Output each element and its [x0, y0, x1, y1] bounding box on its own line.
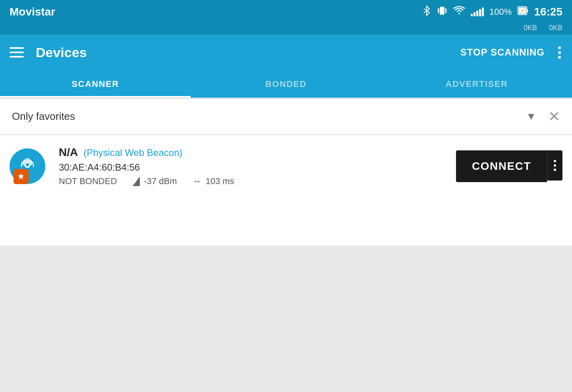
- tab-scanner[interactable]: SCANNER: [0, 70, 191, 98]
- interval-value: 103 ms: [205, 176, 234, 186]
- hamburger-menu-icon[interactable]: [10, 47, 24, 58]
- rssi-value: -37 dBm: [144, 176, 177, 186]
- svg-rect-4: [527, 9, 528, 12]
- battery-percentage: 100%: [489, 7, 512, 17]
- svg-rect-1: [438, 8, 439, 13]
- svg-rect-0: [440, 7, 444, 15]
- filter-controls: ▼ ✕: [526, 110, 560, 124]
- device-name-row: N/A (Physical Web Beacon): [59, 146, 446, 159]
- overflow-menu-icon[interactable]: [557, 45, 562, 60]
- svg-text:⚡: ⚡: [520, 8, 525, 13]
- device-info: N/A (Physical Web Beacon) 30:AE:A4:60:B4…: [59, 146, 446, 186]
- device-mac: 30:AE:A4:60:B4:56: [59, 162, 446, 173]
- connect-button-wrap: CONNECT: [456, 150, 562, 182]
- download-speed: 0KB: [549, 24, 562, 32]
- filter-close-icon[interactable]: ✕: [548, 110, 560, 124]
- filter-label: Only favorites: [12, 110, 75, 123]
- device-icon-wrap: ★: [10, 148, 49, 184]
- upload-speed: 0KB: [524, 24, 537, 32]
- page-title: Devices: [36, 45, 87, 60]
- wifi-icon: [453, 6, 465, 18]
- device-list-item: ★ N/A (Physical Web Beacon) 30:AE:A4:60:…: [0, 135, 572, 198]
- connect-button[interactable]: CONNECT: [456, 150, 547, 182]
- content-area: Only favorites ▼ ✕: [0, 99, 572, 246]
- device-meta: NOT BONDED -37 dBm ↔ 103 ms: [59, 176, 446, 186]
- app-toolbar: Devices STOP SCANNING: [0, 35, 572, 70]
- status-icons: 100% ⚡ 16:25: [422, 5, 562, 19]
- stop-scanning-button[interactable]: STOP SCANNING: [460, 47, 545, 58]
- toolbar-left: Devices: [10, 45, 87, 60]
- device-interval: ↔ 103 ms: [193, 176, 234, 186]
- vibrate-icon: [437, 5, 448, 19]
- current-time: 16:25: [534, 6, 562, 18]
- device-rssi: -37 dBm: [133, 176, 177, 186]
- connect-more-button[interactable]: [547, 150, 562, 181]
- filter-row: Only favorites ▼ ✕: [0, 99, 572, 135]
- bluetooth-icon: [422, 5, 431, 19]
- battery-icon: ⚡: [517, 5, 528, 19]
- data-speeds-row: 0KB 0KB: [0, 24, 572, 35]
- bottom-area: [0, 246, 572, 392]
- tab-advertiser[interactable]: ADVERTISER: [381, 70, 572, 98]
- device-bond-status: NOT BONDED: [59, 176, 117, 186]
- toolbar-right: STOP SCANNING: [460, 45, 562, 60]
- tab-bonded[interactable]: BONDED: [191, 70, 381, 98]
- status-bar: Movistar: [0, 0, 572, 24]
- signal-strength-indicator: [133, 177, 140, 186]
- signal-strength-icon: [471, 8, 484, 16]
- favorite-badge: ★: [14, 169, 29, 184]
- interval-icon: ↔: [193, 176, 201, 186]
- device-name: N/A: [59, 146, 78, 159]
- tabs-bar: SCANNER BONDED ADVERTISER: [0, 70, 572, 99]
- device-type: (Physical Web Beacon): [83, 147, 182, 158]
- svg-point-8: [26, 163, 29, 166]
- svg-rect-2: [445, 8, 446, 13]
- filter-dropdown-icon[interactable]: ▼: [526, 110, 536, 123]
- carrier-name: Movistar: [10, 6, 55, 18]
- star-icon: ★: [17, 171, 25, 182]
